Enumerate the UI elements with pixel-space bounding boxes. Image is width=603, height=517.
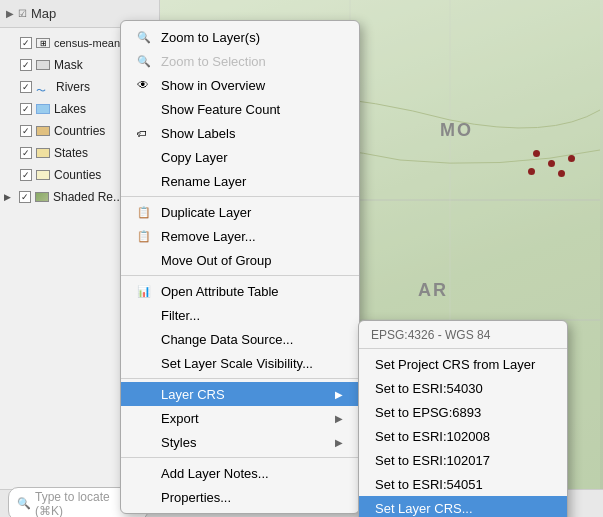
menu-copy-layer-label: Copy Layer: [161, 150, 343, 165]
zoom-to-layer-icon: 🔍: [137, 31, 153, 44]
menu-set-layer-scale[interactable]: Set Layer Scale Visibility...: [121, 351, 359, 375]
submenu-esri-54030[interactable]: Set to ESRI:54030: [359, 376, 567, 400]
menu-rename-layer-label: Rename Layer: [161, 174, 343, 189]
duplicate-layer-icon: 📋: [137, 206, 153, 219]
menu-show-labels[interactable]: 🏷 Show Labels: [121, 121, 359, 145]
submenu-esri-54051-label: Set to ESRI:54051: [375, 477, 551, 492]
menu-show-overview-label: Show in Overview: [161, 78, 343, 93]
show-labels-icon: 🏷: [137, 128, 153, 139]
panel-title: Map: [31, 6, 56, 21]
menu-styles-label: Styles: [161, 435, 327, 450]
layer-icon-shaded: [35, 192, 49, 202]
layer-checkbox-mask[interactable]: [20, 59, 32, 71]
menu-move-out-label: Move Out of Group: [161, 253, 343, 268]
map-label-ar: AR: [418, 280, 448, 301]
submenu-esri-102008-label: Set to ESRI:102008: [375, 429, 551, 444]
layer-checkbox-rivers[interactable]: [20, 81, 32, 93]
submenu-set-layer-crs[interactable]: Set Layer CRS...: [359, 496, 567, 517]
show-overview-icon: 👁: [137, 78, 153, 92]
export-submenu-arrow: ▶: [335, 413, 343, 424]
menu-duplicate-layer[interactable]: 📋 Duplicate Layer: [121, 200, 359, 224]
layer-name-rivers: Rivers: [56, 80, 90, 94]
submenu-esri-54051[interactable]: Set to ESRI:54051: [359, 472, 567, 496]
submenu-esri-102017[interactable]: Set to ESRI:102017: [359, 448, 567, 472]
menu-remove-layer[interactable]: 📋 Remove Layer...: [121, 224, 359, 248]
menu-export[interactable]: Export ▶: [121, 406, 359, 430]
group-arrow-shaded: ▶: [4, 192, 11, 202]
menu-filter[interactable]: Filter...: [121, 303, 359, 327]
layer-checkbox-states[interactable]: [20, 147, 32, 159]
menu-show-feature-count-label: Show Feature Count: [161, 102, 343, 117]
layer-icon-states: [36, 148, 50, 158]
submenu-set-project-crs[interactable]: Set Project CRS from Layer: [359, 352, 567, 376]
menu-properties[interactable]: Properties...: [121, 485, 359, 509]
layer-crs-submenu: EPSG:4326 - WGS 84 Set Project CRS from …: [358, 320, 568, 517]
layer-name-mask: Mask: [54, 58, 83, 72]
menu-move-out[interactable]: Move Out of Group: [121, 248, 359, 272]
menu-layer-crs[interactable]: Layer CRS ▶: [121, 382, 359, 406]
layer-name-states: States: [54, 146, 88, 160]
collapse-icon[interactable]: ▶: [6, 8, 14, 19]
menu-add-layer-notes-label: Add Layer Notes...: [161, 466, 343, 481]
menu-zoom-to-layer[interactable]: 🔍 Zoom to Layer(s): [121, 25, 359, 49]
styles-submenu-arrow: ▶: [335, 437, 343, 448]
zoom-to-selection-icon: 🔍: [137, 55, 153, 68]
map-label-mo: MO: [440, 120, 473, 141]
menu-zoom-to-selection: 🔍 Zoom to Selection: [121, 49, 359, 73]
separator-1: [121, 196, 359, 197]
submenu-epsg-6893-label: Set to EPSG:6893: [375, 405, 551, 420]
submenu-header: EPSG:4326 - WGS 84: [359, 325, 567, 345]
submenu-separator: [359, 348, 567, 349]
menu-open-attribute-table[interactable]: 📊 Open Attribute Table: [121, 279, 359, 303]
menu-remove-layer-label: Remove Layer...: [161, 229, 343, 244]
layer-icon-mask: [36, 60, 50, 70]
menu-properties-label: Properties...: [161, 490, 343, 505]
menu-zoom-to-selection-label: Zoom to Selection: [161, 54, 343, 69]
separator-2: [121, 275, 359, 276]
search-icon: 🔍: [17, 497, 31, 510]
layer-name-lakes: Lakes: [54, 102, 86, 116]
menu-copy-layer[interactable]: Copy Layer: [121, 145, 359, 169]
menu-filter-label: Filter...: [161, 308, 343, 323]
menu-show-labels-label: Show Labels: [161, 126, 343, 141]
layer-name-countries: Countries: [54, 124, 105, 138]
submenu-header-label: EPSG:4326 - WGS 84: [371, 328, 490, 342]
layer-checkbox-countries[interactable]: [20, 125, 32, 137]
layer-icon-census: ⊞: [36, 38, 50, 48]
menu-add-layer-notes[interactable]: Add Layer Notes...: [121, 461, 359, 485]
separator-3: [121, 378, 359, 379]
layer-icon-rivers: [36, 82, 52, 92]
menu-rename-layer[interactable]: Rename Layer: [121, 169, 359, 193]
layer-checkbox-census[interactable]: [20, 37, 32, 49]
menu-styles[interactable]: Styles ▶: [121, 430, 359, 454]
layer-crs-submenu-arrow: ▶: [335, 389, 343, 400]
menu-set-layer-scale-label: Set Layer Scale Visibility...: [161, 356, 343, 371]
submenu-esri-54030-label: Set to ESRI:54030: [375, 381, 551, 396]
menu-duplicate-layer-label: Duplicate Layer: [161, 205, 343, 220]
layer-checkbox-shaded[interactable]: [19, 191, 31, 203]
layer-icon-lakes: [36, 104, 50, 114]
submenu-esri-102017-label: Set to ESRI:102017: [375, 453, 551, 468]
menu-export-label: Export: [161, 411, 327, 426]
submenu-epsg-6893[interactable]: Set to EPSG:6893: [359, 400, 567, 424]
layer-name-shaded: Shaded Re...: [53, 190, 123, 204]
separator-4: [121, 457, 359, 458]
attribute-table-icon: 📊: [137, 285, 153, 298]
remove-layer-icon: 📋: [137, 230, 153, 243]
menu-change-data-source-label: Change Data Source...: [161, 332, 343, 347]
layer-name-counties: Counties: [54, 168, 101, 182]
menu-zoom-to-layer-label: Zoom to Layer(s): [161, 30, 343, 45]
submenu-set-layer-crs-label: Set Layer CRS...: [375, 501, 551, 516]
submenu-set-project-crs-label: Set Project CRS from Layer: [375, 357, 551, 372]
submenu-esri-102008[interactable]: Set to ESRI:102008: [359, 424, 567, 448]
layer-checkbox-lakes[interactable]: [20, 103, 32, 115]
layer-icon-counties: [36, 170, 50, 180]
menu-change-data-source[interactable]: Change Data Source...: [121, 327, 359, 351]
context-menu: 🔍 Zoom to Layer(s) 🔍 Zoom to Selection 👁…: [120, 20, 360, 514]
menu-show-overview[interactable]: 👁 Show in Overview: [121, 73, 359, 97]
layer-checkbox-counties[interactable]: [20, 169, 32, 181]
menu-open-attribute-table-label: Open Attribute Table: [161, 284, 343, 299]
layer-icon-countries: [36, 126, 50, 136]
check-icon[interactable]: ☑: [18, 8, 27, 19]
menu-show-feature-count[interactable]: Show Feature Count: [121, 97, 359, 121]
